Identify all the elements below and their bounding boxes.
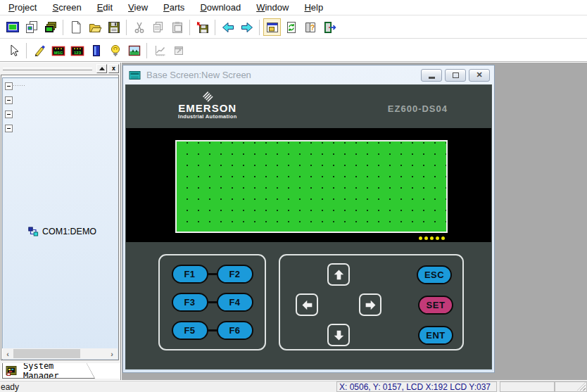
tool-window-icon (170, 42, 187, 59)
register-icon[interactable] (87, 42, 105, 59)
brand-name: EMERSON (178, 103, 237, 113)
device-key-arrow-left (296, 293, 318, 316)
status-bar: eady X: 0506, Y: 0157, LCD X:192 LCD Y:0… (0, 381, 587, 392)
refresh-icon[interactable] (282, 18, 300, 36)
device-key-f1: F1 (172, 265, 208, 284)
image-part-icon[interactable] (125, 42, 143, 59)
led-indicator (436, 236, 439, 240)
svg-text:MSG: MSG (53, 50, 63, 54)
select-cursor-icon[interactable] (5, 42, 23, 59)
scroll-right-arrow[interactable]: › (106, 348, 118, 359)
status-panel-blank (500, 381, 555, 392)
svg-text:123: 123 (73, 50, 81, 54)
numeric-display-icon[interactable]: 123 (68, 42, 86, 59)
scroll-left-arrow[interactable]: ‹ (2, 348, 13, 359)
tree-item-com1-demo[interactable]: COM1:DEMO (2, 77, 119, 360)
prev-screen-icon[interactable] (219, 18, 236, 36)
paste-icon (168, 18, 186, 36)
next-screen-icon[interactable] (238, 18, 255, 36)
fkey-row: F1F2 (160, 265, 265, 284)
close-icon: x (112, 65, 115, 72)
nav-key-group: ESCSETENT (279, 254, 464, 350)
menu-download[interactable]: Download (192, 0, 248, 15)
toolbar-separator (126, 20, 127, 35)
device-key-f3: F3 (172, 293, 208, 312)
minimize-button[interactable] (421, 69, 442, 82)
panel-header: x (0, 63, 120, 75)
lamp-part-icon[interactable] (106, 42, 124, 59)
toolbar-separator (215, 20, 215, 35)
menu-parts[interactable]: Parts (156, 0, 192, 15)
panel-collapse-button[interactable] (96, 64, 107, 73)
toolbar-separator (189, 20, 190, 35)
mdi-area: Base Screen:New Screen ✕ (122, 63, 587, 380)
menu-bar: ProjectScreenEditViewPartsDownloadWindow… (0, 0, 587, 15)
device-model-label: EZ600-DS04 (388, 103, 448, 114)
main-toolbar: ? (0, 16, 587, 39)
panel-gripper[interactable] (3, 68, 92, 70)
message-display-icon[interactable]: MSG (49, 42, 67, 59)
manager-panel-icon[interactable] (263, 18, 281, 36)
download-to-device-icon[interactable] (194, 18, 211, 36)
parts-toolbar: MSG123 (0, 39, 587, 62)
open-file-icon[interactable] (86, 18, 103, 36)
project-tree-box: 10Screen ManagerNew Screen10Image Manage… (1, 75, 119, 360)
tree-horizontal-scrollbar[interactable]: ‹ › (2, 348, 118, 359)
help-icon[interactable]: ? (301, 18, 319, 36)
tab-label: System Manager (23, 361, 94, 381)
copy-screen-icon[interactable] (23, 18, 40, 36)
exit-icon[interactable] (320, 18, 338, 36)
tab-system-manager[interactable]: System Manager (2, 363, 95, 379)
new-file-icon[interactable] (67, 18, 84, 36)
child-window-titlebar[interactable]: Base Screen:New Screen ✕ (123, 65, 494, 84)
menu-view[interactable]: View (120, 0, 156, 15)
copy-icon (149, 18, 167, 36)
device-mockup: EMERSON Industrial Automation EZ600-DS04… (125, 84, 492, 369)
panel-tab-row: System Manager (1, 363, 120, 379)
fkey-row: F5F6 (160, 321, 265, 340)
brand-logo: EMERSON Industrial Automation (178, 91, 237, 120)
scrollbar-thumb[interactable] (13, 349, 80, 358)
screen-editor-icon[interactable] (4, 18, 21, 36)
minimize-icon (429, 77, 435, 79)
project-tree: 10Screen ManagerNew Screen10Image Manage… (1, 75, 118, 135)
menu-window[interactable]: Window (248, 0, 296, 15)
key-connector (208, 329, 217, 331)
menu-screen[interactable]: Screen (44, 0, 89, 15)
trend-chart-icon (151, 42, 168, 59)
device-key-f5: F5 (172, 321, 208, 340)
up-triangle-icon (99, 67, 105, 70)
status-ready-text: eady (1, 382, 19, 392)
brand-tagline: Industrial Automation (178, 113, 237, 120)
lcd-canvas[interactable] (175, 140, 448, 233)
resize-grip[interactable] (555, 381, 587, 392)
close-button[interactable]: ✕ (469, 69, 490, 82)
toolbar-separator (259, 20, 260, 35)
device-key-ent: ENT (418, 326, 453, 345)
toolbar-separator (63, 20, 63, 35)
menu-edit[interactable]: Edit (89, 0, 120, 15)
tree-expander[interactable] (5, 110, 13, 118)
device-key-set: SET (418, 296, 453, 315)
tree-expander[interactable] (5, 96, 13, 104)
menu-help[interactable]: Help (296, 0, 331, 15)
screen-cascade-icon[interactable] (42, 18, 59, 36)
tree-item-label: COM1:DEMO (42, 227, 96, 236)
device-key-arrow-down (327, 324, 350, 346)
menu-project[interactable]: Project (1, 0, 44, 15)
base-screen-window: Base Screen:New Screen ✕ (122, 65, 495, 373)
device-key-arrow-up (327, 263, 350, 286)
save-icon[interactable] (105, 18, 122, 36)
panel-close-button[interactable]: x (108, 64, 119, 73)
restore-button[interactable] (445, 69, 466, 82)
device-bezel-bottom: F1F2F3F4F5F6 ESCSETENT (126, 242, 491, 369)
tree-expander[interactable] (5, 125, 13, 132)
com-port-icon (27, 226, 39, 237)
draw-tool-icon[interactable] (30, 42, 48, 59)
tree-expander[interactable] (5, 82, 13, 90)
device-key-f2: F2 (217, 265, 253, 284)
led-indicator (419, 236, 422, 240)
scrollbar-track[interactable] (13, 348, 106, 359)
toolbar-separator (146, 43, 147, 58)
led-indicator (424, 236, 428, 240)
